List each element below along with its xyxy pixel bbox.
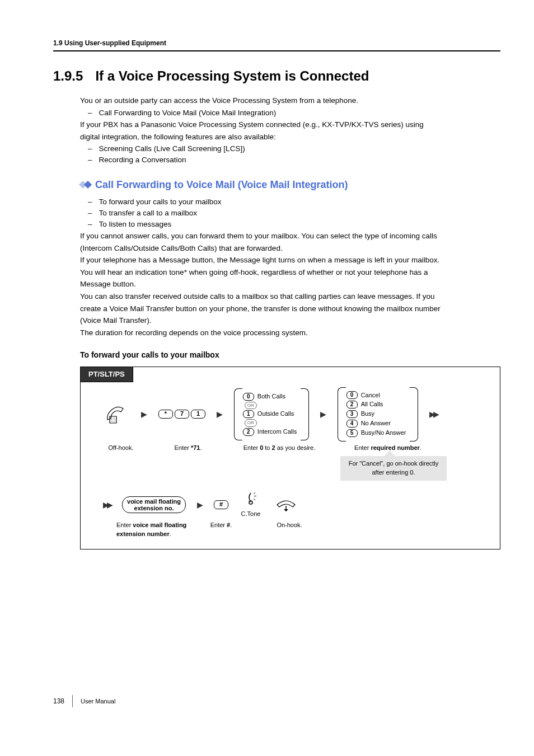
intro-bullet: Call Forwarding to Voice Mail (Voice Mai…	[80, 107, 500, 119]
footer-divider	[72, 695, 73, 707]
arrow-continue-icon: ▶▶	[427, 408, 439, 420]
diagram-tab: PT/SLT/PS	[80, 367, 133, 383]
paragraph-line: If you cannot answer calls, you can forw…	[80, 231, 500, 242]
option-group-fwd-type: 0Cancel 2All Calls 3Busy 4No Answer 5Bus…	[341, 387, 415, 442]
key-7: 7	[175, 410, 189, 419]
subsection-list-item: To transfer a call to a mailbox	[80, 208, 500, 219]
intro-line: You or an outside party can access the V…	[80, 95, 500, 106]
option-label: No Answer	[361, 419, 391, 428]
svg-point-5	[114, 420, 115, 420]
arrow-icon: ▶	[195, 499, 205, 510]
paragraph-line: (Intercom Calls/Outside Calls/Both Calls…	[80, 243, 500, 254]
option-label: Busy	[361, 410, 374, 419]
option-label: Busy/No Answer	[361, 429, 406, 438]
key-1: 1	[191, 410, 205, 419]
subsection-title: Call Forwarding to Voice Mail (Voice Mai…	[95, 177, 348, 192]
key-2: 2	[346, 401, 358, 408]
svg-point-4	[113, 420, 113, 420]
svg-point-2	[114, 418, 115, 419]
svg-point-1	[113, 418, 113, 419]
option-label: Outside Calls	[257, 410, 294, 419]
step-caption: On-hook.	[270, 521, 309, 539]
svg-point-8	[114, 421, 115, 422]
intro-bullet: Recording a Conversation	[80, 154, 500, 166]
page-footer: 138 User Manual	[53, 695, 500, 707]
arrow-icon: ▶	[214, 408, 225, 420]
option-label: All Calls	[361, 400, 383, 409]
svg-point-7	[113, 421, 113, 422]
phone-offhook-icon	[104, 403, 131, 425]
or-separator: OR	[245, 402, 257, 410]
option-label: Intercom Calls	[257, 428, 297, 436]
svg-point-3	[111, 420, 111, 420]
paragraph-line: (Voice Mail Transfer).	[80, 315, 500, 326]
section-title: 1.9.5 If a Voice Processing System is Co…	[53, 68, 500, 84]
page-header-section: 1.9 Using User-supplied Equipment	[53, 39, 500, 51]
paragraph-line: create a Voice Mail Transfer button on y…	[80, 303, 500, 314]
arrow-continue-icon: ▶▶	[101, 499, 113, 510]
phone-onhook-icon	[275, 498, 297, 511]
intro-line: digital integration, the following featu…	[80, 132, 500, 143]
arrow-icon: ▶	[318, 408, 329, 420]
subsection-list-item: To listen to messages	[80, 219, 500, 230]
svg-point-6	[111, 421, 111, 422]
key-5: 5	[346, 429, 358, 437]
key-0: 0	[346, 391, 358, 399]
arrow-icon: ▶	[139, 408, 149, 420]
option-group-call-type: 0Both Calls OR 1Outside Calls OR 2Interc…	[237, 388, 306, 440]
ctone-icon	[243, 491, 259, 506]
footer-label: User Manual	[81, 698, 115, 705]
step-caption: Enter #.	[205, 521, 237, 539]
paragraph-line: The duration for recording depends on th…	[80, 327, 500, 339]
subsection-heading: Call Forwarding to Voice Mail (Voice Mai…	[80, 177, 500, 192]
step-caption: Enter 0 to 2 as you desire.	[235, 444, 324, 481]
key-2: 2	[243, 428, 254, 436]
key-4: 4	[346, 420, 358, 428]
ctone-label: C.Tone	[241, 510, 261, 519]
or-separator: OR	[245, 419, 257, 427]
option-label: Both Calls	[257, 392, 285, 401]
key-sequence: * 7 1	[158, 410, 205, 419]
section-number: 1.9.5	[53, 68, 83, 84]
intro-line: If your PBX has a Panasonic Voice Proces…	[80, 119, 500, 130]
intro-bullet: Screening Calls (Live Call Screening [LC…	[80, 143, 500, 154]
section-heading: If a Voice Processing System is Connecte…	[95, 68, 369, 84]
key-hash: #	[214, 500, 228, 509]
vm-extension-input: voice mail floatingextension no.	[122, 496, 186, 513]
procedure-title: To forward your calls to your mailbox	[80, 349, 500, 360]
option-label: Cancel	[361, 391, 380, 400]
paragraph-line: You will hear an indication tone* when g…	[80, 267, 500, 278]
step-caption: Enter *71.	[158, 444, 218, 481]
key-0: 0	[243, 393, 254, 401]
subsection-list-item: To forward your calls to your mailbox	[80, 196, 500, 208]
step-caption: Enter voice mail floatingextension numbe…	[116, 521, 200, 539]
paragraph-line: Message button.	[80, 279, 500, 290]
key-1: 1	[243, 410, 254, 418]
diamond-icon	[80, 182, 91, 187]
page-number: 138	[53, 697, 64, 705]
paragraph-line: If your telephone has a Message button, …	[80, 255, 500, 266]
svg-point-0	[111, 418, 111, 419]
note-callout: For "Cancel", go on-hook directly after …	[340, 456, 447, 481]
flow-diagram: PT/SLT/PS ▶ * 7 1 ▶	[80, 367, 500, 550]
step-caption: Off-hook.	[101, 444, 141, 481]
key-3: 3	[346, 410, 358, 418]
paragraph-line: You can also transfer received outside c…	[80, 291, 500, 302]
step-caption: Enter required number. For "Cancel", go …	[340, 444, 435, 481]
key-star: *	[158, 410, 173, 419]
